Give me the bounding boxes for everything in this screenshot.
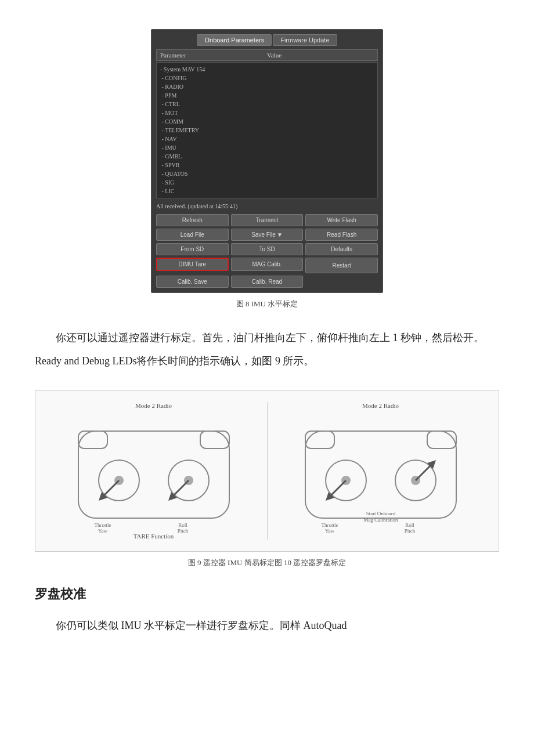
param-imu: - IMU <box>160 143 374 152</box>
figure-8-caption: 图 8 IMU 水平标定 <box>236 299 298 309</box>
col-value: Value <box>267 52 374 59</box>
mag-calib-button[interactable]: MAG Calib. <box>231 258 304 271</box>
left-function-label: TARE Function <box>134 533 174 540</box>
button-row-4: DIMU Tare MAG Calib. Restart <box>156 258 378 273</box>
read-flash-button[interactable]: Read Flash <box>305 229 378 241</box>
param-config: - CONFIG <box>160 74 374 82</box>
svg-text:Roll: Roll <box>178 522 187 528</box>
left-radio-svg: Throttle Yaw Roll Pitch <box>67 414 241 536</box>
param-sig: - SIG <box>160 178 374 187</box>
status-text: All received. (updated at 14:55:41) <box>156 202 378 211</box>
paragraph-1: 你还可以通过遥控器进行标定。首先，油门杆推向左下，俯仰杆推向左上 1 秒钟，然后… <box>35 327 499 372</box>
left-radio-diagram: Mode 2 Radio Throttle <box>55 402 252 540</box>
param-spvr: - SPVR <box>160 161 374 169</box>
param-gmbl: - GMBL <box>160 152 374 161</box>
svg-rect-0 <box>78 431 229 518</box>
svg-text:Start Onboard: Start Onboard <box>366 511 395 516</box>
tab-onboard-parameters[interactable]: Onboard Parameters <box>197 34 272 46</box>
defaults-button[interactable]: Defaults <box>305 243 378 255</box>
param-table-header: Parameter Value <box>156 49 378 61</box>
param-panel: Onboard Parameters Firmware Update Param… <box>151 29 383 293</box>
param-lic: - LIC <box>160 187 374 196</box>
param-ctrl: - CTRL <box>160 100 374 108</box>
tab-firmware-update[interactable]: Firmware Update <box>273 34 337 46</box>
param-list[interactable]: - System MAV 154 - CONFIG - RADIO - PPM … <box>156 62 378 198</box>
figure-8-section: Onboard Parameters Firmware Update Param… <box>35 29 499 309</box>
button-row-3: From SD To SD Defaults <box>156 243 378 255</box>
to-sd-button[interactable]: To SD <box>231 243 304 255</box>
param-radio: - RADIO <box>160 82 374 91</box>
svg-line-20 <box>330 480 346 497</box>
param-nav: - NAV <box>160 135 374 143</box>
right-radio-diagram: Mode 2 Radio Throttle <box>282 402 479 540</box>
right-radio-title: Mode 2 Radio <box>362 402 399 409</box>
left-radio-title: Mode 2 Radio <box>135 402 172 409</box>
button-row-5: Calib. Save Calib. Read <box>156 276 378 288</box>
param-mot: - MOT <box>160 108 374 117</box>
write-flash-button[interactable]: Write Flash <box>305 214 378 226</box>
param-comm: - COMM <box>160 117 374 126</box>
load-file-button[interactable]: Load File <box>156 229 229 241</box>
svg-rect-1 <box>78 431 107 448</box>
svg-line-9 <box>172 480 189 497</box>
save-file-button[interactable]: Save File ▼ <box>231 229 304 241</box>
button-row-1: Refresh Transmit Write Flash <box>156 214 378 226</box>
param-quatos: - QUATOS <box>160 169 374 178</box>
svg-line-5 <box>103 480 119 497</box>
figure-9-images: Mode 2 Radio Throttle <box>35 390 499 552</box>
right-radio-svg: Throttle Yaw Roll Pitch Start Onboard Ma… <box>294 414 468 536</box>
figure-9-caption: 图 9 遥控器 IMU 简易标定图 10 遥控器罗盘标定 <box>188 558 346 568</box>
paragraph-2: 你仍可以类似 IMU 水平标定一样进行罗盘标定。同样 AutoQuad <box>35 614 499 638</box>
svg-rect-15 <box>305 431 456 518</box>
svg-text:Yaw: Yaw <box>324 528 334 534</box>
transmit-button[interactable]: Transmit <box>231 214 304 226</box>
svg-text:Pitch: Pitch <box>404 528 415 534</box>
svg-rect-16 <box>305 431 334 448</box>
svg-text:Pitch: Pitch <box>177 528 188 534</box>
button-row-2: Load File Save File ▼ Read Flash <box>156 229 378 241</box>
refresh-button[interactable]: Refresh <box>156 214 229 226</box>
svg-rect-17 <box>427 431 456 448</box>
svg-text:Mag Calibration: Mag Calibration <box>363 517 398 523</box>
figure-9-section: Mode 2 Radio Throttle <box>35 390 499 568</box>
dimu-tare-button[interactable]: DIMU Tare <box>156 258 229 271</box>
restart-button[interactable]: Restart <box>305 258 378 273</box>
tabs-row: Onboard Parameters Firmware Update <box>156 34 378 46</box>
svg-rect-2 <box>200 431 229 448</box>
param-ppm: - PPM <box>160 91 374 100</box>
svg-line-24 <box>416 464 432 480</box>
col-parameter: Parameter <box>160 52 267 59</box>
svg-text:Yaw: Yaw <box>98 528 107 534</box>
calib-read-button[interactable]: Calib. Read <box>231 276 304 288</box>
param-system: - System MAV 154 <box>160 65 374 74</box>
svg-text:Throttle: Throttle <box>94 522 111 528</box>
section-heading-compass: 罗盘校准 <box>35 585 499 603</box>
dropdown-arrow-icon: ▼ <box>277 231 283 238</box>
calib-save-button[interactable]: Calib. Save <box>156 276 229 288</box>
svg-text:Roll: Roll <box>405 522 414 528</box>
svg-text:Throttle: Throttle <box>321 522 338 528</box>
param-telemetry: - TELEMETRY <box>160 126 374 135</box>
diagram-divider <box>267 402 268 540</box>
from-sd-button[interactable]: From SD <box>156 243 229 255</box>
